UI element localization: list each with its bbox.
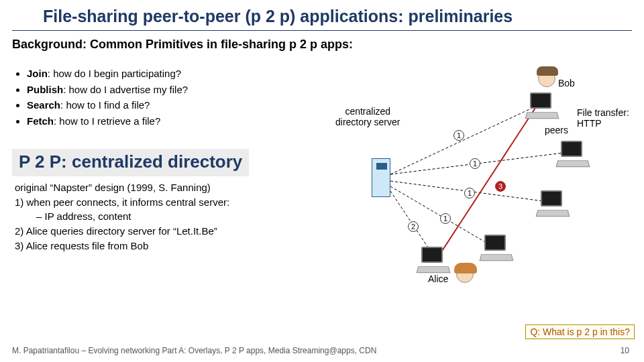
step-1-sub: – IP address, content	[15, 209, 309, 224]
bob-label: Bob	[558, 78, 575, 88]
peer-icon	[537, 190, 569, 217]
background-subtitle: Background: Common Primitives in file-sh…	[0, 38, 644, 56]
slide-title: File-sharing peer-to-peer (p 2 p) applic…	[0, 0, 644, 30]
peer-icon	[417, 247, 449, 274]
step-1: 1) when peer connects, it informs centra…	[15, 195, 309, 210]
step-number-icon: 1	[464, 188, 475, 198]
peer-icon	[480, 235, 513, 261]
peer-icon	[526, 93, 558, 119]
svg-line-4	[390, 191, 429, 249]
step-number-icon: 3	[495, 181, 506, 192]
section-heading: P 2 P: centralized directory	[12, 149, 249, 176]
question-box: Q: What is p 2 p in this?	[525, 324, 635, 339]
step-number-icon: 1	[470, 158, 480, 169]
server-label: centralized directory server	[335, 106, 400, 127]
title-underline	[12, 30, 632, 31]
bob-face-icon	[538, 70, 555, 87]
step-3: 3) Alice requests file from Bob	[15, 239, 309, 253]
alice-face-icon	[456, 265, 474, 283]
page-number: 10	[621, 346, 629, 355]
step-number-icon: 2	[408, 221, 419, 232]
peers-label: peers	[545, 125, 568, 135]
network-diagram: centralized directory server Bob peers F…	[335, 74, 631, 302]
step-number-icon: 1	[453, 130, 464, 141]
alice-label: Alice	[428, 274, 448, 284]
design-origin-line: original “Napster” design (1999, S. Fann…	[15, 180, 309, 195]
footer-text: M. Papatriantafilou – Evolving networkin…	[12, 346, 376, 355]
peer-icon	[557, 141, 589, 168]
step-number-icon: 1	[440, 213, 451, 224]
step-2: 2) Alice queries directory server for “L…	[15, 224, 309, 239]
server-icon	[372, 158, 390, 197]
file-transfer-label: File transfer: HTTP	[577, 107, 629, 129]
body-text: original “Napster” design (1999, S. Fann…	[0, 180, 309, 253]
